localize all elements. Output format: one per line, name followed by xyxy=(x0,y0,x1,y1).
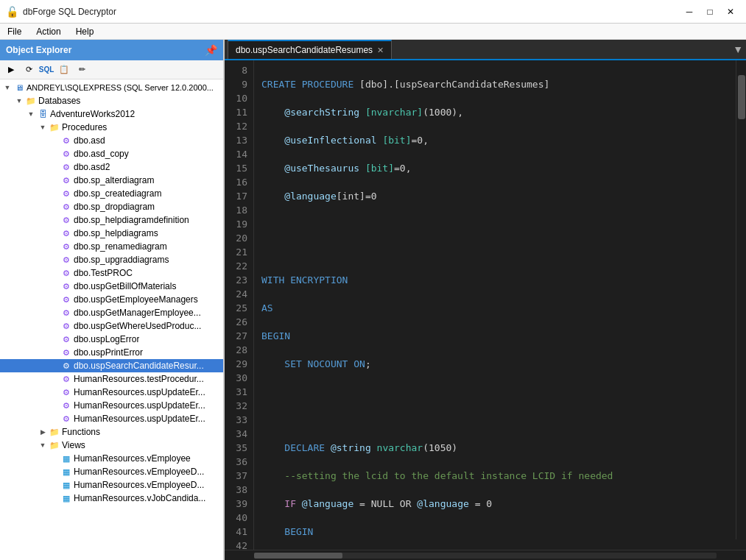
oe-tree: ▼ 🖥 ANDREYL\SQLEXPRESS (SQL Server 12.0.… xyxy=(0,79,223,560)
menu-help[interactable]: Help xyxy=(68,24,102,39)
close-button[interactable]: ✕ xyxy=(721,4,740,19)
expand-functions: ▶ xyxy=(37,428,49,436)
tree-item-proc-renamediagram[interactable]: ⚙ dbo.sp_renamediagram xyxy=(0,240,223,253)
tree-item-views[interactable]: ▼ 📁 Views xyxy=(0,439,223,452)
app-icon: 🔓 xyxy=(6,6,18,18)
oe-header: Object Explorer 📌 xyxy=(0,40,223,60)
proc-icon: ⚙ xyxy=(60,202,72,212)
proc-icon-selected: ⚙ xyxy=(60,361,72,371)
proc-icon: ⚙ xyxy=(60,229,72,238)
folder-icon: 📁 xyxy=(25,96,37,106)
tree-item-proc-getwhereused[interactable]: ⚙ dbo.uspGetWhereUsedProduc... xyxy=(0,319,223,333)
server-icon: 🖥 xyxy=(13,83,25,92)
tree-item-proc-asd2[interactable]: ⚙ dbo.asd2 xyxy=(0,160,223,174)
expand-adventureworks: ▼ xyxy=(25,110,37,118)
tree-item-proc-logerror[interactable]: ⚙ dbo.uspLogError xyxy=(0,333,223,346)
oe-connect-button[interactable]: ▶ xyxy=(3,62,19,78)
tree-item-proc-upgraddiagrams[interactable]: ⚙ dbo.sp_upgraddiagrams xyxy=(0,253,223,266)
db-icon: 🗄 xyxy=(37,110,49,118)
procedures-folder-icon: 📁 xyxy=(49,123,60,132)
expand-views: ▼ xyxy=(37,442,49,449)
minimize-button[interactable]: ─ xyxy=(680,4,699,19)
tree-item-proc-dropdiagram[interactable]: ⚙ dbo.sp_dropdiagram xyxy=(0,200,223,213)
tree-item-procedures[interactable]: ▼ 📁 Procedures xyxy=(0,121,223,134)
tree-item-proc-updateerror2[interactable]: ⚙ HumanResources.uspUpdateEr... xyxy=(0,399,223,412)
proc-icon: ⚙ xyxy=(60,255,72,265)
oe-refresh-button[interactable]: ⟳ xyxy=(21,62,37,78)
proc-icon: ⚙ xyxy=(60,149,72,159)
oe-title: Object Explorer xyxy=(6,45,71,55)
tab-close-button[interactable]: ✕ xyxy=(377,46,384,54)
tree-item-proc-getbillofmaterials[interactable]: ⚙ dbo.uspGetBillOfMaterials xyxy=(0,280,223,293)
main-layout: Object Explorer 📌 ▶ ⟳ SQL 📋 ✏ ▼ 🖥 ANDREY… xyxy=(0,40,746,560)
view-icon: ▦ xyxy=(60,467,72,477)
proc-icon: ⚙ xyxy=(60,282,72,291)
proc-icon: ⚙ xyxy=(60,216,72,225)
proc-icon: ⚙ xyxy=(60,414,72,424)
tree-item-proc-updateerror1[interactable]: ⚙ HumanResources.uspUpdateEr... xyxy=(0,386,223,399)
right-panel: dbo.uspSearchCandidateResumes ✕ ▼ 891011… xyxy=(225,40,746,560)
maximize-button[interactable]: □ xyxy=(700,4,719,19)
code-content[interactable]: CREATE PROCEDURE [dbo].[uspSearchCandida… xyxy=(254,60,746,550)
proc-icon: ⚙ xyxy=(60,242,72,252)
object-explorer: Object Explorer 📌 ▶ ⟳ SQL 📋 ✏ ▼ 🖥 ANDREY… xyxy=(0,40,225,560)
tree-item-databases[interactable]: ▼ 📁 Databases xyxy=(0,94,223,107)
tree-item-proc-searchcandidateresumes[interactable]: ⚙ dbo.uspSearchCandidateResur... xyxy=(0,359,223,372)
title-bar: 🔓 dbForge SQL Decryptor ─ □ ✕ xyxy=(0,0,746,24)
databases-label: Databases xyxy=(38,96,80,106)
tab-label: dbo.uspSearchCandidateResumes xyxy=(236,45,373,55)
proc-icon: ⚙ xyxy=(60,401,72,411)
expand-server: ▼ xyxy=(1,84,13,91)
tree-item-functions[interactable]: ▶ 📁 Functions xyxy=(0,425,223,439)
tree-item-proc-helpdiagrams[interactable]: ⚙ dbo.sp_helpdiagrams xyxy=(0,227,223,240)
oe-pin-icon[interactable]: 📌 xyxy=(205,44,217,56)
tree-item-server[interactable]: ▼ 🖥 ANDREYL\SQLEXPRESS (SQL Server 12.0.… xyxy=(0,81,223,94)
view-icon: ▦ xyxy=(60,454,72,464)
tree-item-view-vemployeed1[interactable]: ▦ HumanResources.vEmployeeD... xyxy=(0,465,223,478)
tree-item-proc-alterdiagram[interactable]: ⚙ dbo.sp_alterdiagram xyxy=(0,174,223,187)
proc-icon: ⚙ xyxy=(60,295,72,305)
tree-item-view-vemployeed2[interactable]: ▦ HumanResources.vEmployeeD... xyxy=(0,478,223,492)
tree-item-proc-asd-copy[interactable]: ⚙ dbo.asd_copy xyxy=(0,147,223,160)
proc-icon: ⚙ xyxy=(60,375,72,384)
menu-file[interactable]: File xyxy=(0,24,29,39)
window-controls: ─ □ ✕ xyxy=(680,4,740,19)
proc-icon: ⚙ xyxy=(60,308,72,318)
oe-sql-button[interactable]: SQL xyxy=(38,62,54,78)
tree-item-view-vjobcandidate[interactable]: ▦ HumanResources.vJobCandida... xyxy=(0,492,223,505)
oe-edit-button[interactable]: ✏ xyxy=(74,62,90,78)
proc-icon: ⚙ xyxy=(60,176,72,185)
app-title: dbForge SQL Decryptor xyxy=(23,7,116,17)
proc-icon: ⚙ xyxy=(60,388,72,397)
expand-databases: ▼ xyxy=(13,97,25,104)
code-editor: 89101112 1314151617 1819202122 232425262… xyxy=(225,60,746,550)
proc-icon: ⚙ xyxy=(60,163,72,172)
editor-tab[interactable]: dbo.uspSearchCandidateResumes ✕ xyxy=(228,40,392,59)
tree-item-proc-creatediagram[interactable]: ⚙ dbo.sp_creatediagram xyxy=(0,187,223,200)
menu-action[interactable]: Action xyxy=(29,24,68,39)
tab-options-button[interactable]: ▼ xyxy=(733,43,743,55)
horizontal-scrollbar[interactable] xyxy=(225,550,746,560)
oe-toolbar: ▶ ⟳ SQL 📋 ✏ xyxy=(0,60,223,79)
line-numbers: 89101112 1314151617 1819202122 232425262… xyxy=(225,60,254,550)
views-folder-icon: 📁 xyxy=(49,441,60,450)
tree-item-adventureworks[interactable]: ▼ 🗄 AdventureWorks2012 xyxy=(0,107,223,121)
tree-item-proc-updateerror3[interactable]: ⚙ HumanResources.uspUpdateEr... xyxy=(0,412,223,425)
tab-bar: dbo.uspSearchCandidateResumes ✕ ▼ xyxy=(225,40,746,60)
tree-item-view-vemployee[interactable]: ▦ HumanResources.vEmployee xyxy=(0,452,223,465)
view-icon: ▦ xyxy=(60,481,72,490)
tree-item-proc-getmanageremployee[interactable]: ⚙ dbo.uspGetManagerEmployee... xyxy=(0,306,223,319)
menu-bar: File Action Help xyxy=(0,24,746,40)
proc-icon: ⚙ xyxy=(60,322,72,331)
functions-folder-icon: 📁 xyxy=(49,428,60,437)
oe-copy-button[interactable]: 📋 xyxy=(56,62,72,78)
proc-icon: ⚙ xyxy=(60,136,72,146)
tree-item-proc-printerror[interactable]: ⚙ dbo.uspPrintError xyxy=(0,346,223,359)
tree-item-proc-testprocedure-hr[interactable]: ⚙ HumanResources.testProcedur... xyxy=(0,372,223,386)
tree-item-proc-helpdiagramdefinition[interactable]: ⚙ dbo.sp_helpdiagramdefinition xyxy=(0,213,223,227)
view-icon: ▦ xyxy=(60,494,72,503)
tree-item-proc-getemployeemanager[interactable]: ⚙ dbo.uspGetEmployeeManagers xyxy=(0,293,223,306)
tree-item-proc-testproc[interactable]: ⚙ dbo.TestPROC xyxy=(0,266,223,280)
tree-item-proc-asd[interactable]: ⚙ dbo.asd xyxy=(0,134,223,147)
vertical-scrollbar[interactable] xyxy=(736,60,746,539)
